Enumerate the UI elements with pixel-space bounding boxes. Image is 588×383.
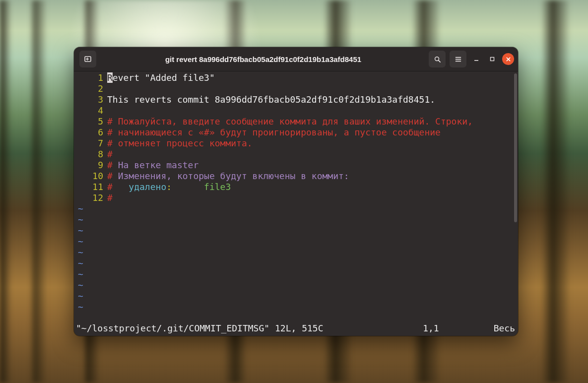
scrollbar[interactable] xyxy=(514,73,517,222)
end-of-buffer-tilde: ~ xyxy=(76,302,83,312)
editor-line: 3 This reverts commit 8a996dd76fbacb05a2… xyxy=(76,94,513,105)
terminal-body[interactable]: 1 Revert "Added file3" 2 3 This reverts … xyxy=(74,71,518,336)
status-file-info: "~/losstproject/.git/COMMIT_EDITMSG" 12L… xyxy=(76,323,324,334)
maximize-button[interactable] xyxy=(486,53,498,65)
line-number: 3 xyxy=(76,94,107,105)
end-of-buffer-tilde: ~ xyxy=(76,225,83,236)
svg-rect-5 xyxy=(455,57,460,58)
line-number: 5 xyxy=(76,116,107,127)
line-number: 4 xyxy=(76,105,107,116)
status-scroll: Весь xyxy=(494,323,515,334)
line-number: 11 xyxy=(76,182,107,192)
end-of-buffer-tilde: ~ xyxy=(76,214,83,225)
end-of-buffer-tilde: ~ xyxy=(76,203,83,214)
hamburger-icon xyxy=(455,56,462,63)
cursor: R xyxy=(107,72,113,83)
new-tab-button[interactable] xyxy=(79,51,96,67)
svg-rect-9 xyxy=(491,58,494,61)
editor-line: 12 # xyxy=(76,192,513,203)
editor-area[interactable]: 1 Revert "Added file3" 2 3 This reverts … xyxy=(76,72,513,323)
end-of-buffer-tilde: ~ xyxy=(76,258,83,268)
editor-line: 10 # Изменения, которые будут включены в… xyxy=(76,171,513,182)
svg-rect-7 xyxy=(455,61,460,62)
svg-line-4 xyxy=(438,60,440,62)
close-button[interactable] xyxy=(502,53,514,65)
editor-line: 9 # На ветке master xyxy=(76,160,513,171)
maximize-icon xyxy=(489,56,495,62)
desktop-wallpaper: git revert 8a996dd76fbacb05a2df91c0f2d19… xyxy=(0,0,588,383)
end-of-buffer-tilde: ~ xyxy=(76,269,83,279)
end-of-buffer-tilde: ~ xyxy=(76,280,83,290)
line-number: 8 xyxy=(76,149,107,160)
end-of-buffer-tilde: ~ xyxy=(76,247,83,257)
vim-status-line: "~/losstproject/.git/COMMIT_EDITMSG" 12L… xyxy=(76,323,515,334)
menu-button[interactable] xyxy=(450,51,466,67)
minimize-icon xyxy=(473,56,479,62)
editor-line: 6 # начинающиеся с «#» будут проигнориро… xyxy=(76,127,513,138)
line-number: 7 xyxy=(76,138,107,149)
terminal-window: git revert 8a996dd76fbacb05a2df91c0f2d19… xyxy=(74,47,518,336)
minimize-button[interactable] xyxy=(470,53,482,65)
line-number: 9 xyxy=(76,160,107,171)
line-number: 1 xyxy=(76,72,107,83)
window-title: git revert 8a996dd76fbacb05a2df91c0f2d19… xyxy=(101,55,426,64)
line-number: 12 xyxy=(76,192,107,203)
end-of-buffer-tilde: ~ xyxy=(76,291,83,301)
search-button[interactable] xyxy=(429,51,446,67)
editor-line: 1 Revert "Added file3" xyxy=(76,72,513,83)
titlebar[interactable]: git revert 8a996dd76fbacb05a2df91c0f2d19… xyxy=(74,47,518,71)
svg-rect-6 xyxy=(455,59,460,60)
svg-rect-2 xyxy=(86,59,89,59)
editor-line: 11 # удалено: file3 xyxy=(76,182,513,192)
editor-line: 4 xyxy=(76,105,513,116)
line-number: 6 xyxy=(76,127,107,138)
line-number: 10 xyxy=(76,171,107,182)
end-of-buffer-tilde: ~ xyxy=(76,236,83,247)
editor-line: 7 # отменяет процесс коммита. xyxy=(76,138,513,149)
line-number: 2 xyxy=(76,83,107,94)
editor-line: 5 # Пожалуйста, введите сообщение коммит… xyxy=(76,116,513,127)
editor-line: 2 xyxy=(76,83,513,94)
svg-rect-8 xyxy=(474,60,478,61)
status-cursor-pos: 1,1 xyxy=(423,323,494,334)
editor-line: 8 # xyxy=(76,149,513,160)
close-icon xyxy=(506,57,511,62)
search-icon xyxy=(434,56,441,63)
